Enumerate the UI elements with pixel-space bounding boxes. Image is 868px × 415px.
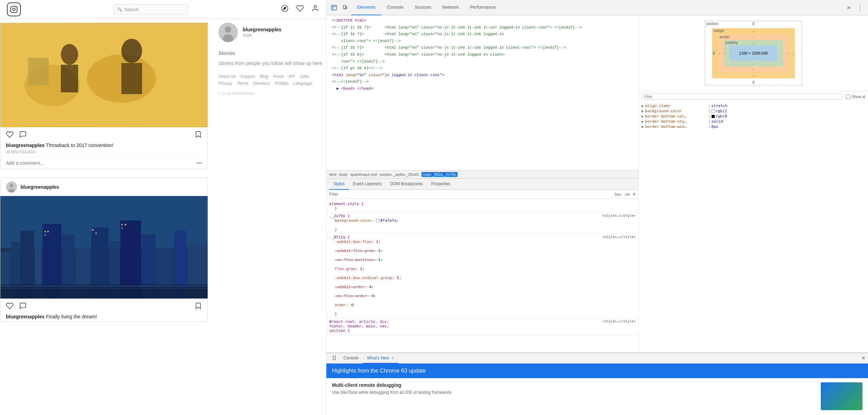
show-all-checkbox[interactable] [846, 95, 850, 99]
breadcrumb-span-react[interactable]: span#react-root [350, 172, 377, 177]
devtools-settings-button[interactable]: ⋮ [855, 4, 865, 11]
breadcrumb-section[interactable]: section._sq4bv._29u45 [380, 172, 419, 177]
chrome-update-content: Multi-client remote debugging Use DevToo… [326, 378, 868, 414]
properties-filter-input[interactable] [642, 93, 843, 100]
color-swatch-fafafa[interactable] [376, 219, 379, 222]
footer-link-profiles[interactable]: Profiles [275, 81, 289, 86]
bm-padding: padding - - - 1180 × 3299.500 - [724, 40, 783, 66]
prop-arrow-5[interactable]: ▶ [642, 125, 644, 129]
tab-network[interactable]: Network [437, 0, 465, 15]
styles-filter-input[interactable] [329, 192, 611, 197]
bottom-panel-close-button[interactable]: × [861, 355, 865, 362]
border-left-val: - [719, 51, 720, 55]
css-source-react-root[interactable]: <style>…</style> [602, 319, 636, 323]
tab-sources[interactable]: Sources [409, 0, 437, 15]
sidebar-avatar [218, 23, 238, 42]
prop-align-items: ▶ align-items : stretch [639, 103, 868, 108]
footer-link-terms[interactable]: Terms [237, 81, 248, 86]
post1-more-icon[interactable]: ••• [197, 160, 202, 166]
panel-tab-styles[interactable]: Styles [329, 179, 349, 190]
box-model: position 0 margin - 0 - border - - - [705, 21, 802, 86]
html-line-2: <!--[if IE 7]> <html lang="en" class="no… [326, 31, 639, 38]
dt-tabs: Elements Console Sources Network Perform… [351, 0, 843, 15]
ig-logo-icon[interactable] [7, 2, 21, 16]
more-tabs-button[interactable]: » [844, 4, 853, 11]
css-brace-close1: } [329, 206, 636, 211]
css-selector-2v79o: ._2v79o { [329, 214, 350, 218]
css-prop-ms-flex-positive: -ms-flex-positive: 1; [329, 258, 636, 262]
bottom-tab-console[interactable]: Console [339, 353, 363, 364]
bottom-dots-button[interactable]: ⠿ [329, 355, 339, 362]
person-icon[interactable] [311, 5, 319, 14]
tab-console[interactable]: Console [381, 0, 409, 15]
footer-link-api[interactable]: API [289, 74, 295, 79]
html-line-1: <!--[if lt IE 7]> <html lang="en" class=… [326, 24, 639, 31]
post1-bookmark-icon[interactable] [194, 131, 202, 140]
position-bottom-val: 0 [752, 81, 754, 84]
padding-bottom-val: - [753, 62, 754, 66]
filter-hov-button[interactable]: :hov [614, 192, 621, 196]
show-all-text: Show al [852, 95, 865, 99]
filter-cls-button[interactable]: .cls [624, 192, 630, 196]
chrome-feature-heading: Multi-client remote debugging [332, 382, 815, 388]
prop-swatch-bg[interactable] [711, 109, 715, 113]
footer-link-press[interactable]: Press [273, 74, 284, 79]
prop-arrow-2[interactable]: ▶ [642, 109, 644, 113]
footer-link-support[interactable]: Support [241, 74, 255, 79]
prop-arrow-4[interactable]: ▶ [642, 120, 644, 123]
breadcrumb-html[interactable]: html [329, 172, 336, 177]
footer-link-about[interactable]: About Us [218, 74, 235, 79]
prop-name-border-bottom-sty: border-bottom-sty… [645, 119, 708, 124]
compass-icon[interactable] [281, 5, 289, 14]
tab-elements[interactable]: Elements [351, 0, 381, 15]
footer-link-blog[interactable]: Blog [260, 74, 268, 79]
post1-comment-row: ••• [0, 157, 208, 169]
panel-tab-event-listeners[interactable]: Event Listeners [349, 179, 386, 190]
tab-performance[interactable]: Performance [464, 0, 501, 15]
ig-search-bar[interactable]: 🔍 Search [114, 4, 188, 15]
post1-comment-icon[interactable] [19, 131, 27, 140]
bottom-tab-whats-new[interactable]: What's New × [363, 353, 398, 364]
border-top-val: - [753, 35, 754, 39]
svg-rect-37 [95, 233, 97, 234]
panel-tab-properties[interactable]: Properties [427, 179, 454, 190]
heart-icon[interactable] [296, 5, 304, 14]
dt-toolbar: Elements Console Sources Network Perform… [326, 0, 868, 15]
css-source-2v79o[interactable]: <style>…</style> [602, 214, 636, 218]
html-line-6: root"> <![endif]--> [326, 58, 639, 65]
post2-like-icon[interactable] [6, 302, 14, 311]
footer-link-directory[interactable]: Directory [253, 81, 270, 86]
breadcrumb-main-active[interactable]: main._8fi2q._2v79o [422, 172, 458, 177]
whats-new-close-icon[interactable]: × [391, 355, 394, 361]
post1-comment-input[interactable] [6, 160, 197, 166]
post2-username: bluegreenapples [20, 184, 59, 190]
svg-point-12 [121, 39, 142, 63]
footer-link-jobs[interactable]: Jobs [300, 74, 309, 79]
footer-link-privacy[interactable]: Privacy [218, 81, 232, 86]
post1-like-icon[interactable] [6, 131, 14, 140]
footer-links-row2: Privacy · Terms · Directory · Profiles ·… [218, 81, 326, 86]
show-all-label[interactable]: Show al [846, 95, 865, 99]
svg-rect-47 [332, 5, 336, 10]
footer-link-language[interactable]: Language [293, 81, 312, 86]
breadcrumb-body[interactable]: body [339, 172, 348, 177]
post2-bookmark-icon[interactable] [194, 302, 202, 311]
prop-name-border-bottom-wid: border-bottom-wid… [645, 124, 708, 129]
device-emulation-button[interactable] [340, 3, 350, 13]
bm-content-val: 1180 × 3299.500 [739, 51, 768, 55]
post2-header: bluegreenapples [0, 178, 208, 196]
css-source-8fi2q[interactable]: <style>…</style> [602, 235, 636, 239]
panel-tab-dom-breakpoints[interactable]: DOM Breakpoints [386, 179, 427, 190]
chrome-feature-text: Multi-client remote debugging Use DevToo… [332, 382, 815, 410]
post2-comment-icon[interactable] [19, 302, 27, 311]
prop-swatch-border[interactable] [711, 115, 715, 118]
svg-rect-42 [0, 286, 208, 287]
post2-avatar [6, 181, 17, 193]
inspect-element-button[interactable] [329, 3, 339, 13]
prop-arrow-3[interactable]: ▶ [642, 114, 644, 118]
margin-top-val: - [753, 29, 754, 33]
post1-caption-text: Throwback to 2017 convention! [46, 143, 114, 148]
prop-arrow-1[interactable]: ▶ [642, 104, 644, 108]
filter-add-button[interactable]: + [633, 191, 636, 197]
search-placeholder: Search [124, 7, 139, 12]
